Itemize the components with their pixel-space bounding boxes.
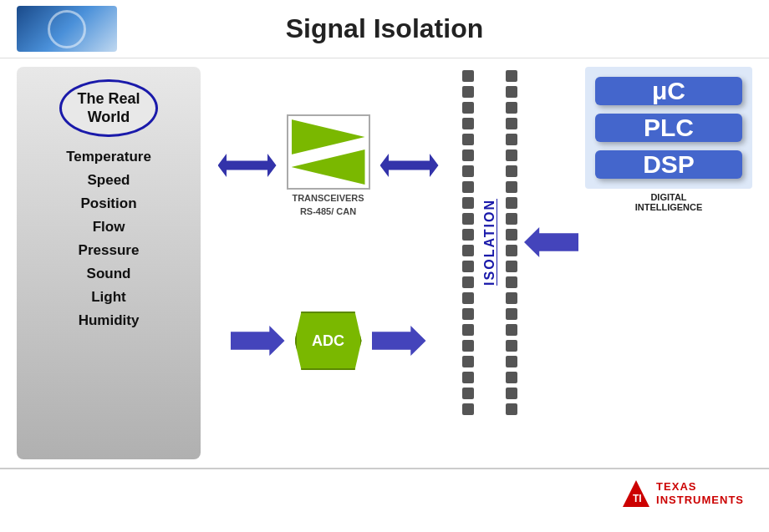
uc-box: μC (595, 77, 742, 105)
item-light: Light (91, 289, 126, 306)
tri-lower (292, 149, 365, 185)
adc-left-arrow (231, 326, 285, 356)
item-sound: Sound (87, 266, 131, 282)
adc-box: ADC (295, 312, 362, 370)
isolation-barrier: ISOLATION (462, 67, 517, 418)
digital-intelligence-label: DIGITALINTELLIGENCE (585, 192, 752, 212)
item-pressure: Pressure (79, 242, 140, 259)
plc-box: PLC (595, 114, 742, 142)
item-position: Position (80, 195, 136, 212)
header-logo (17, 6, 117, 52)
isolation-label: ISOLATION (482, 199, 497, 286)
svg-text:TI: TI (633, 493, 642, 504)
adc-right-arrow (372, 326, 426, 356)
barrier-right (506, 67, 517, 418)
adc-row: ADC (231, 312, 426, 370)
transceiver-label2: RS-485/ CAN (300, 206, 356, 216)
transceiver-double-arrow (218, 154, 277, 177)
diagram-area: TRANSCEIVERS RS-485/ CAN ADC (201, 67, 752, 418)
item-temperature: Temperature (66, 149, 151, 165)
transceiver-right-arrow (380, 154, 439, 177)
item-flow: Flow (93, 219, 125, 236)
center-items: TRANSCEIVERS RS-485/ CAN ADC (201, 67, 456, 418)
barrier-left (462, 67, 474, 418)
main-content: The RealWorld Temperature Speed Position… (0, 58, 769, 468)
item-humidity: Humidity (79, 312, 140, 329)
footer: TI TEXAS INSTRUMENTS (0, 468, 769, 518)
ti-text-line1: TEXAS (656, 480, 744, 494)
isolation-to-right-arrow (524, 227, 578, 257)
header: Signal Isolation (0, 0, 769, 58)
left-panel: The RealWorld Temperature Speed Position… (17, 67, 201, 459)
transceiver-row: TRANSCEIVERS RS-485/ CAN (218, 114, 439, 216)
dsp-box: DSP (595, 150, 742, 179)
right-panel: μC PLC DSP (585, 67, 752, 189)
real-world-badge: The RealWorld (59, 79, 157, 137)
item-speed: Speed (87, 172, 130, 189)
tri-upper (292, 119, 365, 155)
ti-text-line2: INSTRUMENTS (656, 494, 744, 507)
page-title: Signal Isolation (117, 13, 652, 44)
transceiver-label1: TRANSCEIVERS (292, 193, 364, 203)
transceiver-symbol (287, 114, 370, 190)
ti-logo: TI TEXAS INSTRUMENTS (621, 479, 744, 509)
ti-logo-icon: TI (621, 479, 651, 509)
